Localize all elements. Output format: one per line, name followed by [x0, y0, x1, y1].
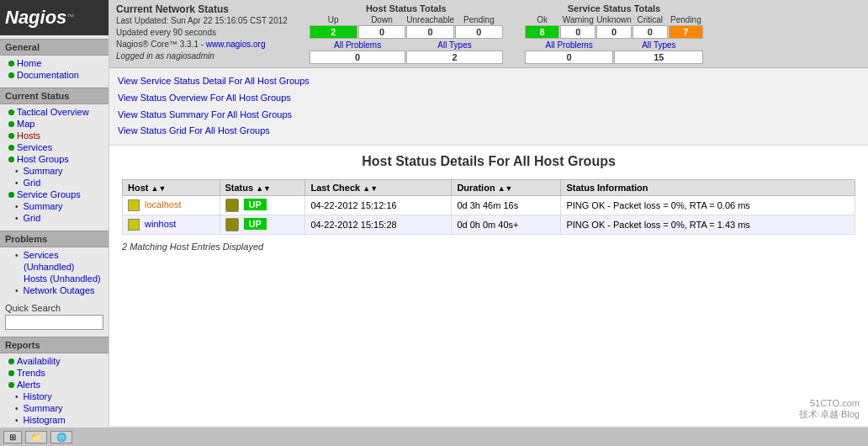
col-status-info: Status Information: [561, 180, 855, 196]
cell-statusinfo-localhost: PING OK - Packet loss = 0%, RTA = 0.06 m…: [561, 196, 855, 215]
sidebar-item-availability-label: Availability: [17, 356, 61, 366]
host-action-icon-winhost[interactable]: [128, 219, 140, 231]
sidebar-item-services[interactable]: Services: [0, 141, 108, 153]
sidebar-item-alerts-summary-label: Summary: [24, 403, 63, 413]
network-status-update-interval: Updated every 90 seconds: [116, 27, 288, 39]
sidebar-item-documentation[interactable]: Documentation: [0, 69, 108, 81]
sidebar-item-service-groups-label: Service Groups: [17, 189, 81, 199]
sidebar-item-service-groups[interactable]: Service Groups: [0, 188, 108, 200]
sidebar-item-network-outages[interactable]: Network Outages: [0, 284, 108, 296]
svc-all-types-label: All Types: [614, 40, 703, 50]
taskbar-folder-icon[interactable]: 📁: [25, 431, 47, 443]
host-link-localhost[interactable]: localhost: [145, 199, 181, 210]
svc-value-warning[interactable]: 0: [560, 25, 595, 39]
sidebar-section-problems: Problems Services (Unhandled) Hosts (Unh…: [0, 227, 108, 300]
host-all-types-value[interactable]: 2: [406, 50, 502, 64]
svc-all-types-value[interactable]: 15: [614, 50, 703, 64]
quick-search-area: Quick Search: [0, 300, 108, 333]
network-status-last-updated: Last Updated: Sun Apr 22 15:16:05 CST 20…: [116, 15, 288, 27]
sidebar-item-tactical-label: Tactical Overview: [17, 107, 89, 117]
cell-lastcheck-localhost: 04-22-2012 15:12:16: [305, 196, 452, 215]
sidebar-item-problem-services-label: Services: [24, 250, 59, 260]
col-status[interactable]: Status ▲▼: [220, 180, 305, 196]
dot-icon-services: [8, 145, 14, 151]
host-all-problems-value[interactable]: 0: [310, 50, 405, 64]
sidebar-item-alerts-label: Alerts: [17, 380, 40, 390]
sidebar-item-home[interactable]: Home: [0, 57, 108, 69]
nagios-url-link[interactable]: www.nagios.org: [206, 40, 266, 49]
sidebar-item-availability[interactable]: Availability: [0, 355, 108, 367]
link-service-status-detail[interactable]: View Service Status Detail For All Host …: [118, 73, 860, 90]
service-totals-values: 8 0 0 0 7: [525, 25, 704, 39]
taskbar-start-button[interactable]: ⊞: [3, 431, 22, 443]
host-value-unreachable[interactable]: 0: [406, 25, 454, 39]
svc-header-ok: Ok: [525, 15, 560, 24]
sidebar-item-trends[interactable]: Trends: [0, 367, 108, 379]
network-status-title: Current Network Status: [116, 3, 288, 15]
service-totals-header: Ok Warning Unknown Critical Pending: [525, 15, 704, 24]
svc-value-ok[interactable]: 8: [525, 25, 560, 39]
links-area: View Service Status Detail For All Host …: [109, 68, 868, 146]
taskbar-ie-icon[interactable]: 🌐: [50, 431, 72, 443]
dot-icon-home: [8, 61, 14, 66]
status-icon-localhost: [225, 199, 239, 212]
svc-all-problems-value[interactable]: 0: [525, 50, 614, 64]
sidebar-item-hg-grid[interactable]: Grid: [0, 177, 108, 188]
sidebar-item-sg-grid[interactable]: Grid: [0, 212, 108, 224]
col-host[interactable]: Host ▲▼: [123, 180, 220, 196]
network-status-box: Current Network Status Last Updated: Sun…: [116, 3, 288, 62]
sidebar-item-alerts-histogram-label: Histogram: [24, 415, 66, 425]
sidebar-item-alerts[interactable]: Alerts: [0, 379, 108, 390]
sidebar-item-alerts-summary[interactable]: Summary: [0, 402, 108, 414]
sidebar-item-documentation-label: Documentation: [17, 70, 79, 80]
dot-icon-map: [8, 121, 14, 127]
sidebar-item-alerts-histogram[interactable]: Histogram: [0, 414, 108, 426]
host-value-up[interactable]: 2: [310, 25, 357, 39]
col-duration[interactable]: Duration ▲▼: [452, 180, 561, 196]
sidebar-item-services-unhandled[interactable]: (Unhandled): [0, 261, 108, 273]
svc-row2-values: 0 15: [525, 50, 704, 64]
sidebar-item-hg-grid-label: Grid: [24, 178, 41, 188]
host-value-down[interactable]: 0: [358, 25, 406, 39]
sidebar-item-alerts-history[interactable]: History: [0, 390, 108, 402]
svc-value-pending[interactable]: 7: [669, 25, 704, 39]
sidebar-item-services-unhandled-label: (Unhandled): [24, 262, 75, 272]
main-content: Current Network Status Last Updated: Sun…: [109, 0, 868, 426]
sidebar-item-problem-services[interactable]: Services: [0, 249, 108, 261]
sidebar-item-trends-label: Trends: [17, 368, 45, 378]
host-action-icon-localhost[interactable]: [128, 199, 140, 211]
watermark: 51CTO.com 技术·卓越·Blog: [799, 398, 860, 421]
status-up-winhost: UP: [244, 218, 267, 230]
svc-header-unknown: Unknown: [596, 15, 632, 24]
cell-duration-winhost: 0d 0h 0m 40s+: [452, 215, 561, 235]
sidebar-item-sg-summary[interactable]: Summary: [0, 200, 108, 212]
sidebar-item-hosts-unhandled[interactable]: Hosts (Unhandled): [0, 273, 108, 284]
svc-all-problems-label: All Problems: [525, 40, 614, 50]
svc-value-critical[interactable]: 0: [632, 25, 668, 39]
host-header-down: Down: [358, 15, 406, 24]
sidebar-item-hosts[interactable]: Hosts: [0, 130, 108, 141]
link-status-grid[interactable]: View Status Grid For All Host Groups: [118, 123, 860, 140]
link-status-summary[interactable]: View Status Summary For All Host Groups: [118, 107, 860, 124]
page-title: Host Status Details For All Host Groups: [122, 154, 855, 169]
link-status-overview[interactable]: View Status Overview For All Host Groups: [118, 90, 860, 107]
sort-host-icon: ▲▼: [151, 184, 167, 193]
sidebar-section-title-problems: Problems: [0, 231, 108, 247]
logged-in-text: Logged in as nagiosadmin: [116, 50, 288, 62]
sidebar-item-host-groups[interactable]: Host Groups: [0, 153, 108, 165]
search-input[interactable]: [5, 315, 103, 330]
sidebar-item-tactical-overview[interactable]: Tactical Overview: [0, 106, 108, 118]
host-value-pending[interactable]: 0: [455, 25, 503, 39]
host-link-winhost[interactable]: winhost: [145, 219, 176, 229]
col-last-check[interactable]: Last Check ▲▼: [305, 180, 452, 196]
dot-icon-service-groups: [8, 192, 14, 198]
svc-value-unknown[interactable]: 0: [596, 25, 632, 39]
cell-statusinfo-winhost: PING OK - Packet loss = 0%, RTA = 1.43 m…: [561, 215, 855, 235]
sidebar-item-map[interactable]: Map: [0, 118, 108, 130]
watermark-line1: 51CTO.com: [799, 398, 860, 408]
sidebar-section-title-reports: Reports: [0, 337, 108, 353]
sidebar-item-services-label: Services: [17, 142, 52, 152]
host-header-unreachable: Unreachable: [406, 15, 454, 24]
network-status-nagios-core: Nagios® Core™ 3.3.1 - www.nagios.org: [116, 39, 288, 50]
sidebar-item-hg-summary[interactable]: Summary: [0, 165, 108, 177]
